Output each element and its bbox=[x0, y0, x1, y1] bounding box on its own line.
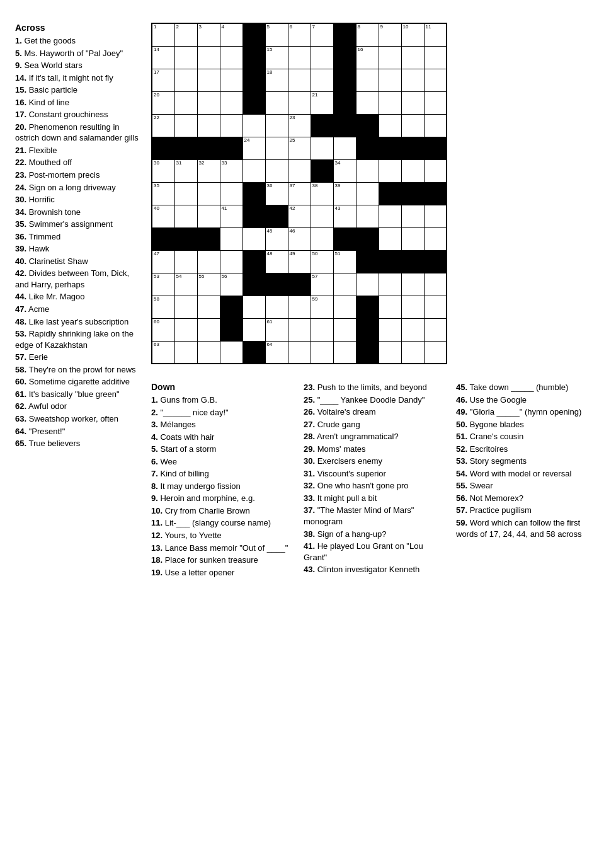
cell-13-1[interactable] bbox=[174, 318, 197, 341]
cell-6-10[interactable] bbox=[379, 159, 401, 182]
cell-3-8[interactable] bbox=[333, 91, 356, 114]
cell-12-9[interactable] bbox=[356, 296, 379, 318]
cell-14-0[interactable]: 63 bbox=[152, 341, 174, 364]
cell-9-10[interactable] bbox=[379, 227, 401, 250]
cell-14-8[interactable] bbox=[333, 341, 356, 364]
cell-4-0[interactable]: 22 bbox=[152, 114, 174, 137]
cell-8-7[interactable] bbox=[311, 205, 333, 227]
cell-4-11[interactable] bbox=[401, 114, 424, 137]
cell-13-10[interactable] bbox=[379, 318, 401, 341]
cell-12-1[interactable] bbox=[174, 296, 197, 318]
cell-11-5[interactable] bbox=[265, 273, 288, 296]
cell-2-7[interactable] bbox=[311, 69, 333, 91]
cell-7-8[interactable]: 39 bbox=[333, 182, 356, 205]
cell-6-3[interactable]: 33 bbox=[220, 159, 242, 182]
cell-3-6[interactable] bbox=[288, 91, 311, 114]
cell-13-11[interactable] bbox=[401, 318, 424, 341]
cell-12-2[interactable] bbox=[197, 296, 220, 318]
cell-8-2[interactable] bbox=[197, 205, 220, 227]
cell-3-3[interactable] bbox=[220, 91, 242, 114]
cell-7-9[interactable] bbox=[356, 182, 379, 205]
cell-5-9[interactable] bbox=[356, 137, 379, 159]
cell-1-10[interactable] bbox=[379, 46, 401, 69]
cell-1-1[interactable] bbox=[174, 46, 197, 69]
cell-14-1[interactable] bbox=[174, 341, 197, 364]
cell-3-10[interactable] bbox=[379, 91, 401, 114]
cell-1-3[interactable] bbox=[220, 46, 242, 69]
cell-2-2[interactable] bbox=[197, 69, 220, 91]
cell-10-0[interactable]: 47 bbox=[152, 250, 174, 273]
cell-11-6[interactable] bbox=[288, 273, 311, 296]
cell-10-5[interactable]: 48 bbox=[265, 250, 288, 273]
cell-11-12[interactable] bbox=[424, 273, 447, 296]
cell-8-1[interactable] bbox=[174, 205, 197, 227]
cell-10-4[interactable] bbox=[242, 250, 265, 273]
cell-8-3[interactable]: 41 bbox=[220, 205, 242, 227]
cell-1-5[interactable]: 15 bbox=[265, 46, 288, 69]
cell-9-7[interactable] bbox=[311, 227, 333, 250]
cell-14-5[interactable]: 64 bbox=[265, 341, 288, 364]
cell-9-9[interactable] bbox=[356, 227, 379, 250]
cell-1-4[interactable] bbox=[242, 46, 265, 69]
cell-2-10[interactable] bbox=[379, 69, 401, 91]
cell-10-9[interactable] bbox=[356, 250, 379, 273]
cell-4-5[interactable] bbox=[265, 114, 288, 137]
cell-9-5[interactable]: 45 bbox=[265, 227, 288, 250]
cell-10-8[interactable]: 51 bbox=[333, 250, 356, 273]
cell-14-11[interactable] bbox=[401, 341, 424, 364]
cell-4-4[interactable] bbox=[242, 114, 265, 137]
cell-4-6[interactable]: 23 bbox=[288, 114, 311, 137]
cell-6-11[interactable] bbox=[401, 159, 424, 182]
cell-5-7[interactable] bbox=[311, 137, 333, 159]
cell-2-12[interactable] bbox=[424, 69, 447, 91]
cell-2-6[interactable] bbox=[288, 69, 311, 91]
cell-6-2[interactable]: 32 bbox=[197, 159, 220, 182]
cell-4-9[interactable] bbox=[356, 114, 379, 137]
cell-11-8[interactable] bbox=[333, 273, 356, 296]
cell-3-2[interactable] bbox=[197, 91, 220, 114]
cell-1-8[interactable] bbox=[333, 46, 356, 69]
cell-5-6[interactable]: 25 bbox=[288, 137, 311, 159]
cell-11-3[interactable]: 56 bbox=[220, 273, 242, 296]
cell-10-6[interactable]: 49 bbox=[288, 250, 311, 273]
cell-7-5[interactable]: 36 bbox=[265, 182, 288, 205]
cell-6-5[interactable] bbox=[265, 159, 288, 182]
cell-10-10[interactable] bbox=[379, 250, 401, 273]
cell-5-11[interactable] bbox=[401, 137, 424, 159]
cell-7-4[interactable] bbox=[242, 182, 265, 205]
cell-10-2[interactable] bbox=[197, 250, 220, 273]
cell-6-12[interactable] bbox=[424, 159, 447, 182]
cell-2-9[interactable] bbox=[356, 69, 379, 91]
cell-6-1[interactable]: 31 bbox=[174, 159, 197, 182]
cell-12-10[interactable] bbox=[379, 296, 401, 318]
cell-12-6[interactable] bbox=[288, 296, 311, 318]
cell-14-6[interactable] bbox=[288, 341, 311, 364]
cell-1-12[interactable] bbox=[424, 46, 447, 69]
cell-12-4[interactable] bbox=[242, 296, 265, 318]
cell-8-11[interactable] bbox=[401, 205, 424, 227]
cell-14-4[interactable] bbox=[242, 341, 265, 364]
cell-10-11[interactable] bbox=[401, 250, 424, 273]
cell-2-8[interactable] bbox=[333, 69, 356, 91]
cell-9-0[interactable] bbox=[152, 227, 174, 250]
cell-5-2[interactable] bbox=[197, 137, 220, 159]
cell-2-4[interactable] bbox=[242, 69, 265, 91]
cell-11-2[interactable]: 55 bbox=[197, 273, 220, 296]
cell-6-6[interactable] bbox=[288, 159, 311, 182]
cell-7-2[interactable] bbox=[197, 182, 220, 205]
cell-9-12[interactable] bbox=[424, 227, 447, 250]
cell-0-8[interactable] bbox=[333, 23, 356, 46]
cell-14-12[interactable] bbox=[424, 341, 447, 364]
cell-6-9[interactable] bbox=[356, 159, 379, 182]
cell-0-12[interactable]: 11 bbox=[424, 23, 447, 46]
cell-11-0[interactable]: 53 bbox=[152, 273, 174, 296]
cell-3-5[interactable] bbox=[265, 91, 288, 114]
cell-6-4[interactable] bbox=[242, 159, 265, 182]
cell-8-9[interactable] bbox=[356, 205, 379, 227]
cell-12-11[interactable] bbox=[401, 296, 424, 318]
cell-13-12[interactable] bbox=[424, 318, 447, 341]
cell-9-1[interactable] bbox=[174, 227, 197, 250]
cell-4-8[interactable] bbox=[333, 114, 356, 137]
cell-8-10[interactable] bbox=[379, 205, 401, 227]
cell-8-5[interactable] bbox=[265, 205, 288, 227]
